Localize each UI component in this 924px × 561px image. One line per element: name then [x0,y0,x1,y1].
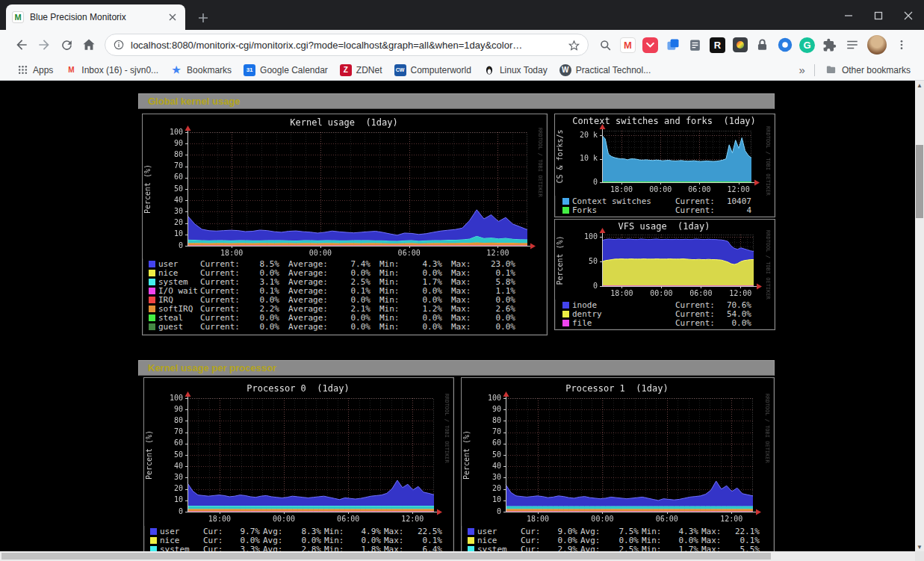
notes-extension-icon[interactable] [687,37,703,53]
gmail-extension-icon[interactable]: M [620,37,636,53]
legend-value: 4 [719,206,751,215]
legend-swatch [149,270,155,276]
legend-row: guestCurrent:0.0%Average:0.0%Min:0.0%Max… [149,323,547,332]
bookmarks-overflow-chevron[interactable]: » [795,63,810,76]
legend-label: file [572,319,675,328]
legend-label: Forks [572,206,675,215]
copy-tabs-extension-icon[interactable] [665,37,680,53]
processor-0-legend: userCur:9.7%Avg:8.3%Min:4.9%Max:22.5%nic… [144,526,453,551]
legend-swatch [468,528,474,535]
window-controls [839,6,918,25]
chart-vfs-usage: inodeCurrent:70.6%dentryCurrent:54.0%fil… [554,219,775,330]
search-extension-icon[interactable] [598,37,613,53]
browser-menu-icon[interactable] [893,36,911,54]
penguin-icon [483,64,495,76]
horizontal-scrollbar[interactable] [0,551,915,561]
horizontal-scroll-thumb[interactable] [1,553,771,560]
colorzilla-extension-icon[interactable] [732,37,748,53]
context-switches-graph[interactable] [555,114,773,196]
bookmark-zdnet[interactable]: Z ZDNet [334,62,388,78]
legend-key: Max: [701,545,728,551]
bookmark-inbox[interactable]: M Inbox (16) - sjvn0... [59,62,164,78]
password-lock-extension-icon[interactable] [754,37,770,53]
legend-swatch [149,306,155,312]
bookmark-linux-today[interactable]: Linux Today [477,62,554,78]
legend-row: ForksCurrent:4 [562,206,775,215]
legend-value: 2.9% [546,545,577,551]
vertical-scrollbar[interactable]: ▲ ▼ [915,81,924,551]
legend-value: 0.0% [408,323,442,332]
legend-label: nice [160,536,203,545]
processor-0-graph[interactable] [144,378,452,526]
kernel-usage-legend: userCurrent:8.5%Average:7.4%Min:4.3%Max:… [143,258,547,332]
extensions-puzzle-icon[interactable] [822,37,837,53]
legend-value: 1.7% [667,545,698,551]
legend-value: 0.0% [336,323,370,332]
legend-key: Max: [384,545,411,551]
other-bookmarks[interactable]: Other bookmarks [819,62,917,78]
bookmark-google-calendar[interactable]: 31 Google Calendar [238,62,334,78]
legend-key: Min: [642,545,667,551]
star-icon: ★ [170,64,182,76]
chart-processor-1: userCur:9.0%Avg:7.5%Min:4.3%Max:22.1%nic… [461,377,775,551]
bookmark-apps[interactable]: Apps [10,62,59,78]
url-bar[interactable]: localhost:8080/monitorix-cgi/monitorix.c… [105,34,589,56]
url-text[interactable]: localhost:8080/monitorix-cgi/monitorix.c… [131,40,562,51]
page-info-icon[interactable] [113,39,125,51]
section-header-global-kernel: Global kernel usage [138,93,775,109]
legend-swatch [149,297,155,303]
legend-value: 0.0% [719,319,751,328]
minimize-button[interactable] [839,6,858,25]
vertical-scroll-thumb[interactable] [916,145,923,218]
legend-key: Min: [379,323,408,332]
r-extension-icon[interactable]: R [710,37,725,53]
legend-label: system [158,278,200,287]
tab-close-icon[interactable] [166,10,179,24]
scrollbar-corner [915,551,924,561]
bookmark-bookmarks[interactable]: ★ Bookmarks [164,62,238,78]
legend-swatch [562,198,569,205]
vfs-usage-legend: inodeCurrent:70.6%dentryCurrent:54.0%fil… [555,300,775,328]
browser-tab[interactable]: M Blue Precision Monitorix [6,4,185,30]
grammarly-extension-icon[interactable]: G [799,37,815,53]
bookmark-practical-tech[interactable]: W Practical Technol... [554,62,657,78]
bookmark-computerworld[interactable]: CW Computerworld [388,62,477,78]
bookmark-star-icon[interactable] [568,39,580,52]
legend-swatch [149,323,155,330]
processor-1-graph[interactable] [462,378,772,526]
profile-avatar[interactable] [867,35,887,55]
legend-swatch [468,537,474,544]
legend-key: Max: [451,323,481,332]
reading-list-extension-icon[interactable] [844,37,860,53]
legend-row: systemCur:3.3%Avg:2.8%Min:1.8%Max:6.4% [150,545,453,551]
legend-value: 1.8% [350,545,381,551]
loom-camera-extension-icon[interactable] [777,37,793,53]
forward-button[interactable] [33,34,55,56]
legend-swatch [562,302,569,309]
legend-swatch [149,288,155,294]
new-tab-button[interactable] [194,9,212,27]
browser-window: M Blue Precision Monitorix [0,0,924,561]
legend-key: Current: [675,206,719,215]
pocket-extension-icon[interactable] [642,37,658,53]
legend-label: system [477,545,521,551]
kernel-usage-graph[interactable] [143,114,545,258]
legend-value: 2.5% [607,545,639,551]
computerworld-icon: CW [394,64,406,76]
monitorix-favicon-icon: M [12,11,24,23]
home-button[interactable] [78,34,100,56]
scroll-up-arrow[interactable]: ▲ [915,81,924,90]
legend-label: system [160,545,203,551]
close-button[interactable] [899,6,918,25]
maximize-button[interactable] [869,6,888,25]
reload-button[interactable] [55,34,78,56]
legend-label: guest [158,323,200,332]
vfs-usage-graph[interactable] [555,220,773,300]
legend-label: nice [477,536,521,545]
legend-label: steal [158,314,200,323]
back-button[interactable] [10,34,33,56]
scroll-down-arrow[interactable]: ▼ [915,542,924,551]
legend-key: Current: [200,323,245,332]
legend-label: user [160,527,203,536]
legend-row: Context switchesCurrent:10407 [562,197,775,206]
